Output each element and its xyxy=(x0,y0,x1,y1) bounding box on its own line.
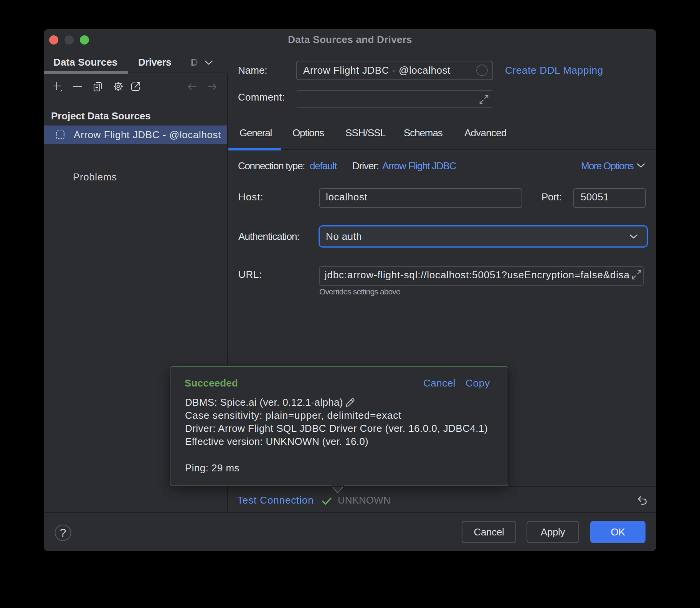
svg-text:?: ? xyxy=(60,526,66,539)
